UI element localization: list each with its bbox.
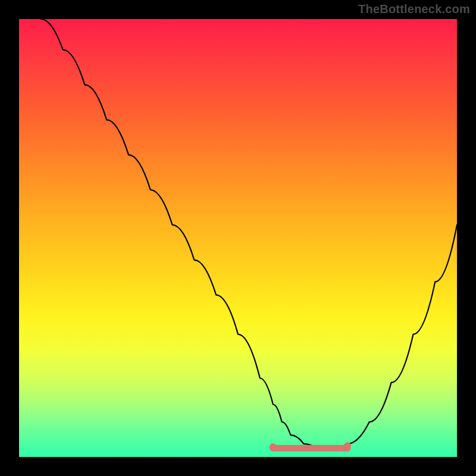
optimal-range-start-dot xyxy=(270,443,277,450)
watermark-text: TheBottleneck.com xyxy=(358,2,470,16)
chart-frame: TheBottleneck.com xyxy=(0,0,476,476)
bottleneck-curve xyxy=(41,19,457,448)
optimal-range-end-dot xyxy=(344,442,351,449)
plot-area xyxy=(19,19,457,457)
curve-layer xyxy=(19,19,457,457)
